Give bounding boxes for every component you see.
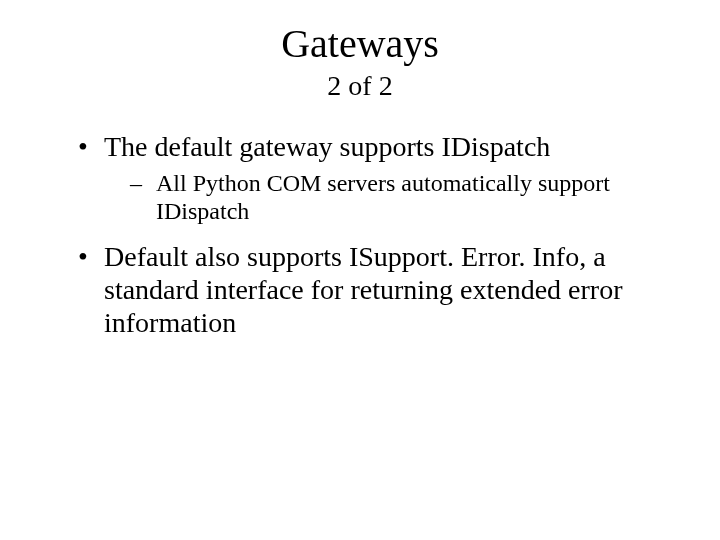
sub-bullet-item: All Python COM servers automatically sup… bbox=[130, 169, 660, 226]
bullet-item: The default gateway supports IDispatch A… bbox=[78, 130, 660, 226]
bullet-item: Default also supports ISupport. Error. I… bbox=[78, 240, 660, 339]
slide-content: The default gateway supports IDispatch A… bbox=[0, 130, 720, 339]
slide: Gateways 2 of 2 The default gateway supp… bbox=[0, 22, 720, 540]
slide-title: Gateways bbox=[0, 22, 720, 66]
bullet-text: The default gateway supports IDispatch bbox=[104, 131, 550, 162]
bullet-text: Default also supports ISupport. Error. I… bbox=[104, 241, 623, 338]
sub-bullet-text: All Python COM servers automatically sup… bbox=[156, 170, 610, 224]
slide-subtitle: 2 of 2 bbox=[0, 70, 720, 102]
